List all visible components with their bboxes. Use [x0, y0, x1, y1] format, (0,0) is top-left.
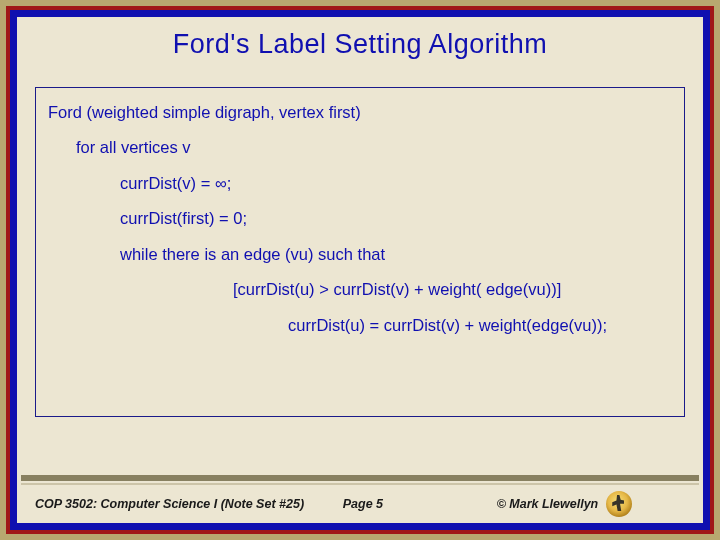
- inner-frame: Ford's Label Setting Algorithm Ford (wei…: [14, 14, 706, 526]
- slide-title: Ford's Label Setting Algorithm: [17, 17, 703, 60]
- footer-right: © Mark Llewellyn: [497, 491, 689, 517]
- slide: Ford's Label Setting Algorithm Ford (wei…: [0, 0, 720, 540]
- footer-row: COP 3502: Computer Science I (Note Set #…: [21, 485, 699, 517]
- algo-line-3: currDist(v) = ∞;: [48, 173, 672, 194]
- ucf-logo-icon: [606, 491, 632, 517]
- algo-line-2: for all vertices v: [48, 137, 672, 158]
- footer: COP 3502: Computer Science I (Note Set #…: [21, 475, 699, 517]
- footer-course: COP 3502: Computer Science I (Note Set #…: [35, 497, 343, 511]
- algo-line-7: currDist(u) = currDist(v) + weight(edge(…: [48, 315, 672, 336]
- algo-line-1: Ford (weighted simple digraph, vertex fi…: [48, 102, 672, 123]
- footer-stripe: [21, 475, 699, 481]
- algo-line-6: [currDist(u) > currDist(v) + weight( edg…: [48, 279, 672, 300]
- algorithm-box: Ford (weighted simple digraph, vertex fi…: [35, 87, 685, 417]
- outer-border-red: Ford's Label Setting Algorithm Ford (wei…: [6, 6, 714, 534]
- algo-line-4: currDist(first) = 0;: [48, 208, 672, 229]
- footer-copyright: © Mark Llewellyn: [497, 497, 599, 511]
- algo-line-5: while there is an edge (vu) such that: [48, 244, 672, 265]
- footer-page: Page 5: [343, 497, 497, 511]
- mid-border-blue: Ford's Label Setting Algorithm Ford (wei…: [10, 10, 710, 530]
